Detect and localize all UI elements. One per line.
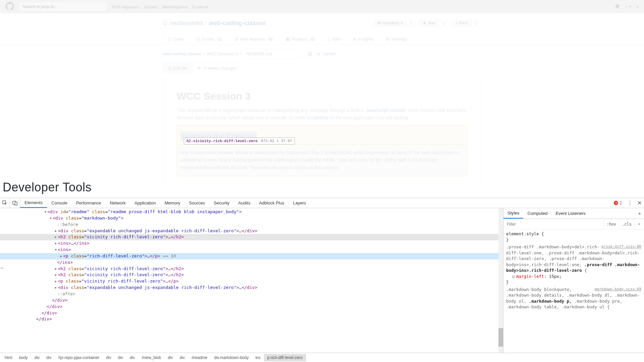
- plus-icon[interactable]: ＋▾: [625, 4, 632, 10]
- doc-paragraph-1: This session will be a supervised hands-…: [177, 107, 467, 122]
- developer-tools-label: Developer Tools: [3, 180, 92, 189]
- fork-button[interactable]: ⑂ Fork: [452, 19, 472, 27]
- nav-pullrequests[interactable]: Pull requests: [112, 4, 140, 9]
- bell-icon[interactable]: [615, 4, 620, 10]
- tooltip-selector: h2.vicinity.rich-diff-level-zero: [186, 139, 258, 143]
- js-console-link[interactable]: JavaScript console: [366, 108, 406, 113]
- tab-code[interactable]: ⟨⟩ Code: [163, 34, 189, 45]
- github-header: Pull requests Issues Marketplace Explore…: [0, 0, 644, 13]
- tab-insights[interactable]: ⬈ Insights: [348, 34, 378, 45]
- tab-wiki[interactable]: ▯ Wiki: [323, 34, 345, 45]
- stars-count[interactable]: 1: [439, 19, 449, 27]
- star-button[interactable]: ★ Star: [419, 19, 439, 27]
- doc-h1: WCC Session 3: [177, 90, 467, 102]
- repo-icon: [163, 21, 168, 25]
- forks-count[interactable]: 2: [472, 19, 481, 27]
- preview-changes-tab[interactable]: 👁 Preview changes: [192, 63, 242, 73]
- tooltip-dimensions: 873.02 × 37.07: [261, 139, 292, 143]
- or-text: or: [317, 51, 321, 56]
- doc-paragraph-2: Any modern web browser allows to manipul…: [177, 145, 467, 176]
- nav-issues[interactable]: Issues: [144, 4, 158, 9]
- nav-marketplace[interactable]: Marketplace: [162, 4, 187, 9]
- filename-input[interactable]: [243, 49, 304, 58]
- edit-file-tab[interactable]: ⟨⟩ Edit file: [163, 63, 193, 73]
- tab-pulls[interactable]: ⇊ Pull requests 0: [230, 34, 278, 45]
- runtime-link[interactable]: runtime: [313, 115, 329, 120]
- watchers-count[interactable]: 1: [407, 19, 416, 27]
- unwatch-button[interactable]: 👁 Unwatch ▾: [374, 19, 407, 27]
- github-logo-icon[interactable]: [5, 2, 14, 12]
- breadcrumb-root[interactable]: web-coding-classes: [163, 51, 201, 56]
- nav-explore[interactable]: Explore: [192, 4, 208, 9]
- breadcrumb-folder: WCC-Session-3: [207, 51, 238, 56]
- repo-owner-link[interactable]: nextlevelshit: [170, 20, 203, 27]
- repo-name-link[interactable]: web-coding-classes: [209, 20, 266, 27]
- avatar-icon[interactable]: ▾: [636, 4, 639, 9]
- cancel-link[interactable]: cancel: [323, 51, 335, 56]
- tab-projects[interactable]: ▦ Projects 0: [281, 34, 320, 45]
- tab-issues[interactable]: ◎ Issues 0: [192, 34, 227, 45]
- copy-path-button[interactable]: [306, 49, 315, 58]
- tab-settings[interactable]: ⚙ Settings: [381, 34, 412, 45]
- inspector-tooltip: h2.vicinity.rich-diff-level-zero 873.02 …: [184, 137, 295, 144]
- github-search-input[interactable]: [19, 2, 107, 11]
